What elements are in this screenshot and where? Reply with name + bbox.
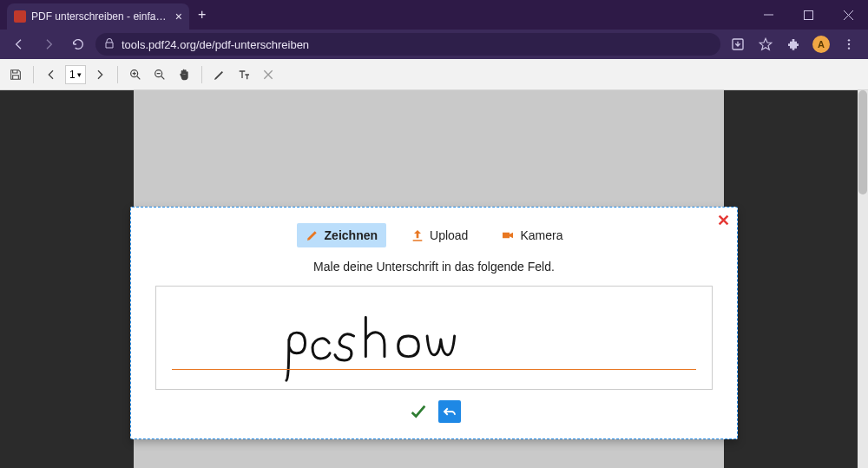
tab-camera-label: Kamera (520, 228, 562, 242)
install-app-icon[interactable] (726, 32, 750, 56)
forward-button[interactable] (36, 32, 61, 56)
undo-icon (442, 404, 457, 419)
svg-point-2 (848, 39, 850, 41)
page-viewport: 1 ▾ (0, 59, 868, 468)
tab-title: PDF unterschreiben - einfach, online (31, 10, 170, 23)
svg-rect-0 (804, 10, 812, 19)
modal-actions (155, 400, 713, 423)
tab-draw[interactable]: Zeichnen (297, 223, 386, 247)
signature-baseline (172, 369, 696, 370)
check-icon (409, 402, 428, 421)
svg-point-3 (848, 43, 850, 45)
scrollbar-thumb[interactable] (858, 90, 867, 194)
page-number-value: 1 (69, 69, 76, 81)
window-maximize-button[interactable] (788, 0, 828, 30)
browser-tab-strip: PDF unterschreiben - einfach, online × + (0, 0, 868, 30)
lock-icon (104, 38, 115, 51)
bookmark-icon[interactable] (753, 32, 778, 56)
toolbar-separator (201, 66, 202, 83)
toolbar-separator (117, 66, 118, 83)
draw-tool-icon[interactable] (209, 64, 230, 85)
window-controls (748, 0, 868, 30)
next-page-icon[interactable] (89, 64, 110, 85)
window-close-button[interactable] (828, 0, 868, 30)
delete-tool-icon[interactable] (258, 64, 279, 85)
chevron-down-icon: ▾ (77, 70, 82, 79)
close-tab-icon[interactable]: × (175, 10, 182, 23)
page-number-select[interactable]: 1 ▾ (65, 65, 86, 84)
tab-upload[interactable]: Upload (402, 223, 477, 247)
tab-upload-label: Upload (430, 228, 468, 242)
toolbar-separator (33, 66, 34, 83)
undo-button[interactable] (438, 400, 461, 423)
browser-menu-icon[interactable] (837, 32, 861, 56)
browser-address-bar: tools.pdf24.org/de/pdf-unterschreiben A (0, 30, 868, 59)
pencil-icon (306, 228, 319, 242)
instruction-text: Male deine Unterschrift in das folgende … (155, 260, 713, 274)
svg-point-4 (848, 47, 850, 49)
favicon (14, 10, 26, 23)
window-minimize-button[interactable] (748, 0, 788, 30)
signature-modal: ✕ Zeichnen Upload Kamera Male deine Unte… (130, 207, 738, 439)
signature-mode-tabs: Zeichnen Upload Kamera (155, 223, 713, 247)
back-button[interactable] (7, 32, 31, 56)
prev-page-icon[interactable] (41, 64, 62, 85)
new-tab-button[interactable]: + (189, 0, 214, 30)
profile-avatar[interactable]: A (809, 32, 833, 56)
tab-camera[interactable]: Kamera (492, 223, 571, 247)
vertical-scrollbar[interactable] (858, 90, 868, 468)
zoom-out-icon[interactable] (149, 64, 170, 85)
extensions-icon[interactable] (781, 32, 806, 56)
browser-tab-active[interactable]: PDF unterschreiben - einfach, online × (7, 3, 189, 30)
tab-draw-label: Zeichnen (325, 228, 378, 242)
url-text: tools.pdf24.org/de/pdf-unterschreiben (122, 38, 309, 51)
avatar-letter: A (812, 36, 830, 53)
zoom-in-icon[interactable] (125, 64, 146, 85)
confirm-button[interactable] (407, 400, 430, 423)
pan-hand-icon[interactable] (174, 64, 194, 85)
app-toolbar: 1 ▾ (0, 59, 868, 90)
save-icon[interactable] (5, 64, 26, 85)
close-icon[interactable]: ✕ (717, 213, 730, 228)
text-tool-icon[interactable] (233, 64, 254, 85)
url-input[interactable]: tools.pdf24.org/de/pdf-unterschreiben (95, 33, 720, 56)
signature-drawing (156, 287, 712, 389)
camera-icon (501, 228, 515, 242)
upload-icon (411, 228, 424, 242)
signature-canvas[interactable] (155, 286, 713, 390)
reload-button[interactable] (66, 32, 90, 56)
